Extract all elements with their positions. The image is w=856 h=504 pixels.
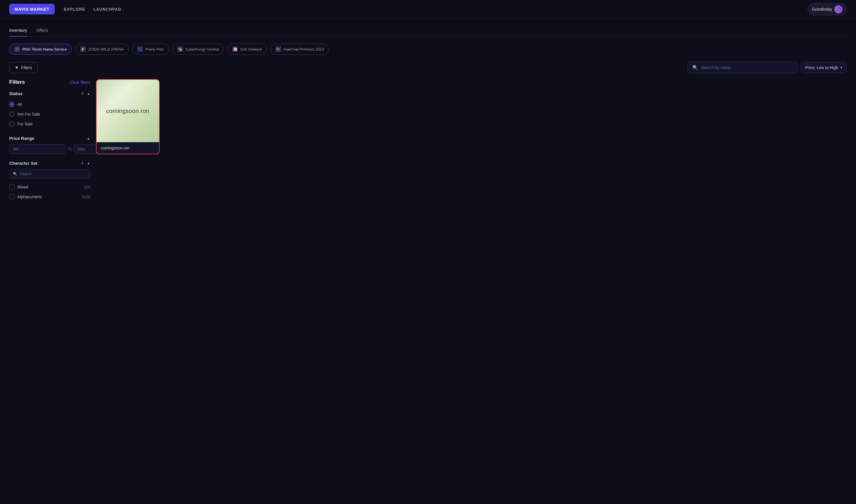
collection-chip-5[interactable]: 🎮AxieChat Premium 2023 <box>270 43 329 55</box>
price-to-label: To <box>68 147 72 151</box>
collection-icon-1: ⚡ <box>80 46 86 52</box>
collection-icon-4: 🌸 <box>232 46 238 52</box>
nav-right: Golodinsky 🟣 <box>808 3 847 15</box>
user-badge[interactable]: Golodinsky 🟣 <box>808 3 847 15</box>
filters-label: Filters <box>21 65 32 70</box>
nft-card-0[interactable]: comingsoon.ron comingsoon.ron <box>96 79 160 154</box>
brand-button[interactable]: MAVIS MARKET <box>9 4 55 15</box>
collection-chip-4[interactable]: 🌸Doll Sidekick <box>227 43 267 55</box>
status-section-header[interactable]: Status 3 ▲ <box>9 91 90 96</box>
collection-chip-1[interactable]: ⚡ZOIDS WILD ARENA <box>75 43 129 55</box>
charset-mixed-label: Mixed <box>17 185 28 189</box>
toolbar: ▼ Filters 🔍 Price: Low to High ▾ <box>9 61 847 73</box>
filter-section-price: Price Range ▲ To <box>9 136 90 154</box>
filter-section-character-set: Character Set 4 ▲ 🔍 Mixed 252 <box>9 161 90 202</box>
search-char-icon: 🔍 <box>13 172 17 176</box>
collection-label-4: Doll Sidekick <box>240 47 262 51</box>
filters-title: Filters <box>9 79 25 85</box>
nav-explore[interactable]: EXPLORE <box>64 7 85 12</box>
filter-section-status: Status 3 ▲ All Not For Sale <box>9 91 90 129</box>
collection-chip-2[interactable]: 🐾Pixels Pets <box>132 43 169 55</box>
nft-card-image-0: comingsoon.ron <box>97 80 159 142</box>
collection-label-5: AxieChat Premium 2023 <box>283 47 324 51</box>
top-navigation: MAVIS MARKET EXPLORE LAUNCHPAD Golodinsk… <box>0 0 856 18</box>
tab-inventory[interactable]: Inventory <box>9 25 27 37</box>
clear-filters-button[interactable]: Clear filters <box>70 80 90 85</box>
chevron-up-icon: ▲ <box>87 92 90 96</box>
charset-mixed-count: 252 <box>84 185 90 189</box>
collection-icon-2: 🐾 <box>137 46 143 52</box>
user-name: Golodinsky <box>812 7 832 12</box>
character-set-count: 4 <box>81 161 83 165</box>
charset-alphanumeric-label: Alphanumeric <box>17 195 42 199</box>
filters-button[interactable]: ▼ Filters <box>9 62 38 73</box>
character-set-header[interactable]: Character Set 4 ▲ <box>9 161 90 166</box>
page-content: Inventory Offers ⬡RNS: Ronin Name Servic… <box>0 18 856 216</box>
price-range-inputs: To <box>9 144 90 154</box>
status-count: 3 <box>81 91 83 96</box>
collection-icon-3: 🎭 <box>177 46 183 52</box>
status-option-for-sale[interactable]: For Sale <box>9 119 90 129</box>
chevron-up-charset-icon: ▲ <box>87 161 90 165</box>
status-all-label: All <box>17 102 22 107</box>
status-option-not-for-sale[interactable]: Not For Sale <box>9 109 90 119</box>
tab-offers[interactable]: Offers <box>36 25 48 37</box>
sort-dropdown[interactable]: Price: Low to High ▾ <box>801 62 847 73</box>
search-input[interactable] <box>701 65 792 70</box>
radio-all <box>9 102 15 107</box>
items-grid: comingsoon.ron comingsoon.ron <box>96 79 847 154</box>
status-options: All Not For Sale For Sale <box>9 100 90 129</box>
radio-for-sale <box>9 121 15 127</box>
nft-card-title-0: comingsoon.ron <box>101 146 155 150</box>
price-min-input[interactable] <box>9 144 65 154</box>
collection-label-0: RNS: Ronin Name Service <box>22 47 67 51</box>
radio-not-for-sale <box>9 111 15 117</box>
checkbox-alphanumeric <box>9 194 15 199</box>
character-set-search-input[interactable] <box>20 172 86 176</box>
search-icon: 🔍 <box>692 65 698 70</box>
search-box: 🔍 <box>687 61 797 73</box>
avatar: 🟣 <box>834 5 842 13</box>
status-option-all[interactable]: All <box>9 100 90 109</box>
collection-bar: ⬡RNS: Ronin Name Service⚡ZOIDS WILD AREN… <box>9 43 847 55</box>
status-title: Status <box>9 91 22 96</box>
nav-launchpad[interactable]: LAUNCHPAD <box>93 7 121 12</box>
price-section-header[interactable]: Price Range ▲ <box>9 136 90 141</box>
nft-card-footer-0: comingsoon.ron <box>97 142 159 154</box>
character-set-search: 🔍 <box>9 169 90 179</box>
collection-chip-0[interactable]: ⬡RNS: Ronin Name Service <box>9 43 72 55</box>
charset-mixed-option[interactable]: Mixed 252 <box>9 182 90 192</box>
filter-icon: ▼ <box>15 65 19 70</box>
filters-panel: Filters Clear filters Status 3 ▲ All <box>9 79 96 209</box>
character-set-title: Character Set <box>9 161 38 166</box>
sort-label: Price: Low to High <box>805 65 838 70</box>
status-not-for-sale-label: Not For Sale <box>17 112 40 116</box>
status-for-sale-label: For Sale <box>17 122 33 126</box>
collection-icon-0: ⬡ <box>14 46 20 52</box>
charset-alphanumeric-count: 5159 <box>82 195 90 199</box>
charset-alphanumeric-option[interactable]: Alphanumeric 5159 <box>9 192 90 202</box>
collection-chip-3[interactable]: 🎭CyberKongz Genkai <box>172 43 224 55</box>
nft-name-on-card-0: comingsoon.ron <box>106 108 149 114</box>
main-layout: Filters Clear filters Status 3 ▲ All <box>9 79 847 209</box>
items-area: comingsoon.ron comingsoon.ron <box>96 79 847 209</box>
collection-icon-5: 🎮 <box>275 46 281 52</box>
collection-label-3: CyberKongz Genkai <box>185 47 219 51</box>
nav-links: EXPLORE LAUNCHPAD <box>64 7 121 12</box>
collection-label-1: ZOIDS WILD ARENA <box>88 47 124 51</box>
price-range-title: Price Range <box>9 136 34 141</box>
collection-label-2: Pixels Pets <box>145 47 164 51</box>
filters-header: Filters Clear filters <box>9 79 90 85</box>
checkbox-mixed <box>9 184 15 190</box>
chevron-up-price-icon: ▲ <box>87 137 90 141</box>
chevron-down-icon: ▾ <box>840 65 842 70</box>
tabs: Inventory Offers <box>9 25 847 37</box>
